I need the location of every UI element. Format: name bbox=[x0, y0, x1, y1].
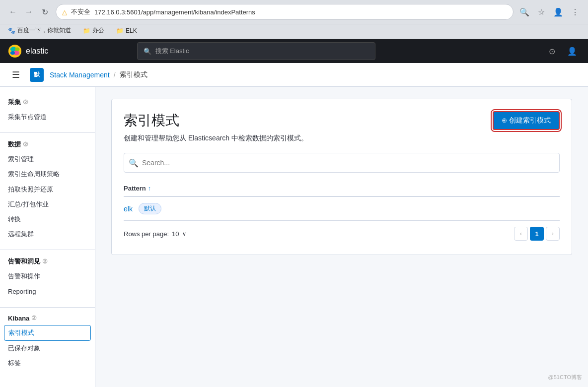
data-section-label: 数据 bbox=[8, 140, 21, 149]
svg-point-3 bbox=[10, 51, 15, 55]
refresh-button[interactable]: ↻ bbox=[38, 5, 52, 19]
table-header: Pattern ↑ bbox=[124, 181, 560, 197]
profile-button[interactable]: 👤 bbox=[551, 5, 565, 19]
sidebar-section-alerts: 告警和洞见 ② 告警和操作 Reporting bbox=[0, 254, 95, 299]
default-badge: 默认 bbox=[139, 203, 161, 214]
breadcrumb-stack-management[interactable]: Stack Management bbox=[50, 71, 110, 79]
back-button[interactable]: ← bbox=[6, 5, 20, 19]
sidebar-section-kibana: Kibana ② 索引模式 已保存对象 标签 bbox=[0, 312, 95, 371]
page-header: 索引模式 ⊕ 创建索引模式 bbox=[124, 111, 560, 130]
sidebar-section-title-kibana: Kibana ② bbox=[0, 312, 95, 325]
sidebar-item-rollup[interactable]: 汇总/打包作业 bbox=[0, 197, 95, 212]
content-card: 索引模式 ⊕ 创建索引模式 创建和管理帮助您从 Elasticsearch 中检… bbox=[111, 99, 572, 255]
forward-button[interactable]: → bbox=[22, 5, 36, 19]
sidebar-item-index-patterns[interactable]: 索引模式 bbox=[4, 325, 91, 341]
app-badge: 默 bbox=[30, 68, 44, 82]
bookmark-button[interactable]: ☆ bbox=[534, 5, 548, 19]
page-controls: ‹ 1 › bbox=[514, 227, 560, 241]
sidebar-section-collect: 采集 ② 采集节点管道 bbox=[0, 95, 95, 125]
data-help-icon[interactable]: ② bbox=[23, 141, 28, 148]
search-placeholder: 搜索 Elastic bbox=[155, 47, 189, 56]
address-bar[interactable]: △ 不安全 172.16.0.3:5601/app/management/kib… bbox=[56, 4, 514, 20]
breadcrumb-separator: / bbox=[114, 71, 116, 79]
rows-per-page-value: 10 bbox=[172, 230, 179, 238]
sidebar-divider-1 bbox=[0, 132, 95, 133]
sort-ascending-icon: ↑ bbox=[148, 185, 151, 192]
baidu-icon: 🐾 bbox=[8, 27, 15, 34]
browser-actions: 🔍 ☆ 👤 ⋮ bbox=[517, 5, 582, 19]
collect-section-label: 采集 bbox=[8, 98, 21, 107]
sidebar-item-reporting[interactable]: Reporting bbox=[0, 284, 95, 299]
sidebar-item-remote-clusters[interactable]: 远程集群 bbox=[0, 227, 95, 242]
pattern-col-label: Pattern bbox=[124, 185, 146, 192]
prev-page-button[interactable]: ‹ bbox=[514, 227, 528, 241]
user-profile-button[interactable]: 👤 bbox=[564, 43, 580, 59]
search-icon: 🔍 bbox=[129, 158, 139, 168]
bookmark-baidu[interactable]: 🐾 百度一下，你就知道 bbox=[6, 25, 73, 36]
sidebar-item-snapshot-restore[interactable]: 拍取快照并还原 bbox=[0, 182, 95, 197]
watermark: @51CTO博客 bbox=[548, 374, 582, 381]
sidebar-section-title-collect: 采集 ② bbox=[0, 95, 95, 110]
sidebar-section-title-data: 数据 ② bbox=[0, 137, 95, 152]
bookmarks-bar: 🐾 百度一下，你就知道 📁 办公 📁 ELK bbox=[0, 24, 588, 39]
sidebar-item-transform[interactable]: 转换 bbox=[0, 212, 95, 227]
help-button[interactable]: ⊙ bbox=[544, 43, 560, 59]
kibana-section-label: Kibana bbox=[8, 315, 29, 322]
rows-per-page-label: Rows per page: bbox=[124, 230, 169, 238]
url-text: 172.16.0.3:5601/app/management/kibana/in… bbox=[94, 8, 255, 16]
sidebar-divider-2 bbox=[0, 250, 95, 250]
page-title: 索引模式 bbox=[124, 111, 179, 130]
elastic-logo: elastic bbox=[8, 44, 48, 58]
rows-dropdown-chevron-icon: ∨ bbox=[182, 231, 186, 237]
browser-chrome: ← → ↻ △ 不安全 172.16.0.3:5601/app/manageme… bbox=[0, 0, 588, 24]
sidebar-toggle-button[interactable]: ☰ bbox=[8, 67, 24, 83]
browser-nav-btns: ← → ↻ bbox=[6, 5, 52, 19]
search-icon: 🔍 bbox=[144, 48, 151, 55]
alerts-section-label: 告警和洞见 bbox=[8, 257, 40, 266]
col-pattern-header[interactable]: Pattern ↑ bbox=[124, 185, 151, 192]
table-row: elk 默认 bbox=[124, 197, 560, 221]
bookmark-office[interactable]: 📁 办公 bbox=[81, 25, 106, 36]
office-label: 办公 bbox=[92, 26, 104, 35]
main-layout: 采集 ② 采集节点管道 数据 ② 索引管理 索引生命周期策略 拍取快照并还原 汇… bbox=[0, 87, 588, 387]
baidu-label: 百度一下，你就知道 bbox=[17, 26, 71, 35]
pattern-link-elk[interactable]: elk bbox=[124, 205, 133, 213]
top-nav-actions: ⊙ 👤 bbox=[544, 43, 580, 59]
search-input[interactable] bbox=[124, 153, 560, 173]
security-warning-label: 不安全 bbox=[71, 7, 90, 16]
browser-menu-button[interactable]: ⋮ bbox=[568, 5, 582, 19]
secondary-nav: ☰ 默 Stack Management / 索引模式 bbox=[0, 63, 588, 87]
sidebar-section-data: 数据 ② 索引管理 索引生命周期策略 拍取快照并还原 汇总/打包作业 转换 远程… bbox=[0, 137, 95, 242]
sidebar-item-alerts-actions[interactable]: 告警和操作 bbox=[0, 269, 95, 284]
sidebar: 采集 ② 采集节点管道 数据 ② 索引管理 索引生命周期策略 拍取快照并还原 汇… bbox=[0, 87, 95, 387]
next-page-button[interactable]: › bbox=[546, 227, 560, 241]
breadcrumb-current: 索引模式 bbox=[120, 70, 147, 79]
create-index-pattern-button[interactable]: ⊕ 创建索引模式 bbox=[493, 111, 560, 130]
kibana-help-icon[interactable]: ② bbox=[31, 315, 37, 322]
elastic-logo-icon bbox=[8, 44, 22, 58]
rows-per-page-control[interactable]: Rows per page: 10 ∨ bbox=[124, 230, 186, 238]
sidebar-item-pipeline[interactable]: 采集节点管道 bbox=[0, 110, 95, 125]
collect-help-icon[interactable]: ② bbox=[23, 99, 28, 106]
bookmark-elk[interactable]: 📁 ELK bbox=[114, 26, 139, 35]
sidebar-item-saved-objects[interactable]: 已保存对象 bbox=[0, 341, 95, 356]
top-nav: elastic 🔍 搜索 Elastic ⊙ 👤 bbox=[0, 39, 588, 63]
elk-icon: 📁 bbox=[116, 27, 124, 34]
office-icon: 📁 bbox=[83, 27, 90, 34]
global-search-bar[interactable]: 🔍 搜索 Elastic bbox=[137, 42, 375, 60]
sidebar-item-ilm[interactable]: 索引生命周期策略 bbox=[0, 167, 95, 182]
elk-label: ELK bbox=[126, 27, 137, 34]
search-container: 🔍 bbox=[124, 153, 560, 173]
alerts-help-icon[interactable]: ② bbox=[42, 258, 48, 265]
browser-search-button[interactable]: 🔍 bbox=[517, 5, 531, 19]
page-description: 创建和管理帮助您从 Elasticsearch 中检索数据的索引模式。 bbox=[124, 134, 560, 143]
elastic-logo-text: elastic bbox=[26, 47, 48, 56]
pagination: Rows per page: 10 ∨ ‹ 1 › bbox=[124, 221, 560, 243]
current-page-number: 1 bbox=[530, 227, 544, 241]
sidebar-divider-3 bbox=[0, 307, 95, 308]
sidebar-item-tags[interactable]: 标签 bbox=[0, 356, 95, 371]
breadcrumb: Stack Management / 索引模式 bbox=[50, 70, 147, 79]
sidebar-item-index-management[interactable]: 索引管理 bbox=[0, 152, 95, 167]
main-content: 索引模式 ⊕ 创建索引模式 创建和管理帮助您从 Elasticsearch 中检… bbox=[95, 87, 588, 387]
svg-point-4 bbox=[15, 48, 19, 51]
